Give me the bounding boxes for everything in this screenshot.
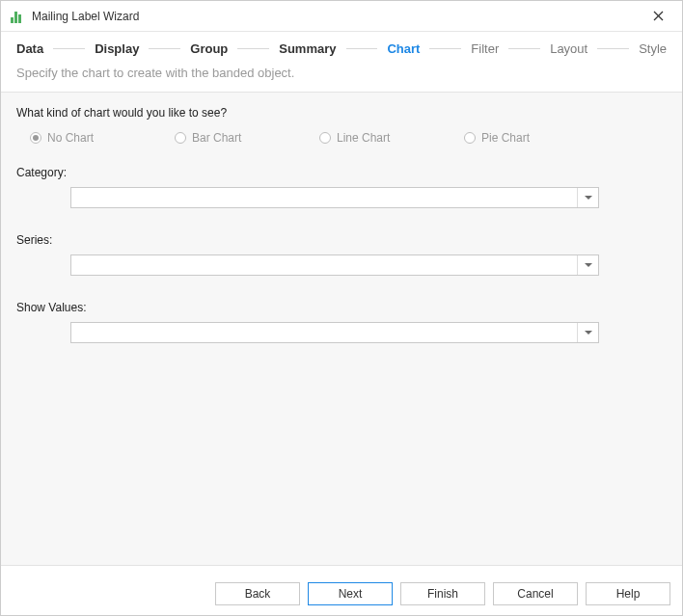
cancel-button[interactable]: Cancel — [493, 582, 578, 605]
show-values-field-group: Show Values: — [16, 301, 667, 343]
category-field-group: Category: — [16, 166, 667, 208]
window-title: Mailing Label Wizard — [32, 10, 643, 23]
step-filter[interactable]: Filter — [471, 41, 499, 56]
finish-button[interactable]: Finish — [400, 582, 485, 605]
step-separator — [508, 48, 540, 49]
chevron-down-icon — [577, 323, 598, 342]
titlebar: Mailing Label Wizard — [1, 1, 682, 32]
series-combo[interactable] — [70, 254, 599, 276]
step-layout[interactable]: Layout — [550, 41, 587, 56]
category-label: Category: — [16, 166, 667, 179]
show-values-label: Show Values: — [16, 301, 667, 314]
step-data[interactable]: Data — [16, 41, 43, 56]
radio-icon — [464, 132, 476, 144]
step-chart[interactable]: Chart — [387, 41, 420, 56]
chart-type-radios: No Chart Bar Chart Line Chart Pie Chart — [30, 131, 667, 145]
radio-label: Pie Chart — [481, 131, 530, 145]
step-summary[interactable]: Summary — [279, 41, 336, 56]
radio-icon — [319, 132, 331, 144]
chevron-down-icon — [577, 188, 598, 207]
step-separator — [237, 48, 269, 49]
step-style[interactable]: Style — [639, 41, 667, 56]
series-field-group: Series: — [16, 233, 667, 276]
button-bar: Back Next Finish Cancel Help — [1, 573, 682, 615]
next-button[interactable]: Next — [308, 582, 393, 605]
radio-label: Bar Chart — [192, 131, 241, 145]
radio-icon — [175, 132, 186, 144]
main-panel: What kind of chart would you like to see… — [1, 92, 682, 566]
step-display[interactable]: Display — [95, 41, 139, 56]
close-icon — [653, 11, 664, 21]
step-group[interactable]: Group — [190, 41, 228, 56]
back-button[interactable]: Back — [215, 582, 300, 605]
step-separator — [429, 48, 461, 49]
radio-label: No Chart — [47, 131, 94, 145]
chevron-down-icon — [577, 255, 598, 275]
category-combo[interactable] — [70, 187, 599, 208]
step-separator — [597, 48, 629, 49]
radio-icon — [30, 132, 41, 144]
step-separator — [53, 48, 85, 49]
page-subtitle: Specify the chart to create with the ban… — [1, 64, 682, 92]
radio-pie-chart[interactable]: Pie Chart — [464, 131, 609, 145]
chart-question: What kind of chart would you like to see… — [16, 106, 667, 120]
app-icon — [11, 10, 24, 23]
step-separator — [346, 48, 378, 49]
step-separator — [149, 48, 180, 49]
step-nav: Data Display Group Summary Chart Filter … — [1, 32, 682, 64]
radio-line-chart[interactable]: Line Chart — [319, 131, 464, 145]
radio-label: Line Chart — [337, 131, 390, 145]
radio-no-chart[interactable]: No Chart — [30, 131, 175, 145]
series-label: Series: — [16, 233, 667, 247]
help-button[interactable]: Help — [586, 582, 670, 605]
radio-bar-chart[interactable]: Bar Chart — [175, 131, 319, 145]
show-values-combo[interactable] — [70, 322, 599, 343]
close-button[interactable] — [643, 3, 672, 30]
